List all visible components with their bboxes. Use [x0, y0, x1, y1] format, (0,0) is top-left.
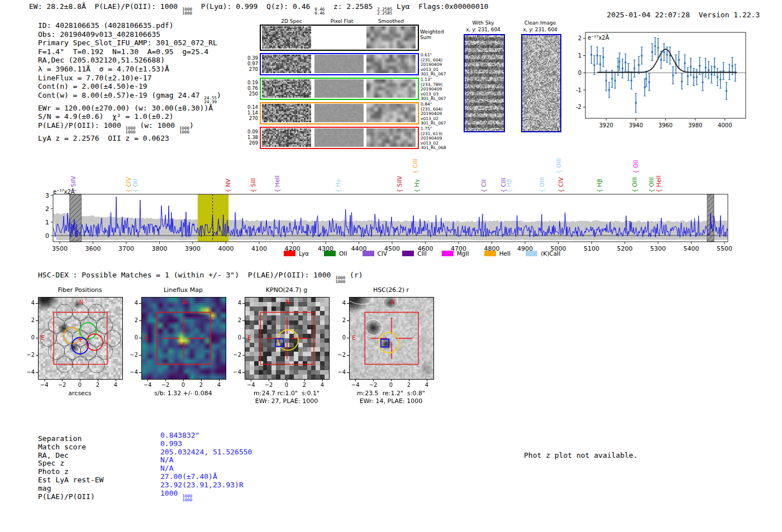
- cutout-x-tick: 0: [73, 382, 87, 388]
- text-segment: Obs: 20190409v013_4028106635: [38, 30, 160, 39]
- emission-line-label: { OIII: [631, 177, 638, 193]
- tick-mark: [347, 372, 349, 373]
- main-y-tick: 0: [45, 232, 49, 239]
- inset-y-tick: -2: [576, 104, 581, 110]
- pixelflat-image: [314, 55, 364, 73]
- smoothed-image: [366, 55, 416, 73]
- spec2d-col-header-2dspec: 2D Spec: [272, 18, 311, 24]
- text-segment: LyA z = 2.2576 OII z = 0.0623: [38, 134, 169, 142]
- cutout-caption: EWr: 27, PLAE: 1000: [231, 397, 342, 405]
- match-table-label: RA, Dec: [38, 451, 69, 459]
- cutout-x-tick: −4: [37, 382, 51, 388]
- tick-mark: [139, 372, 141, 373]
- full-spectrum-chart: 3500360037003800390040004100420043004400…: [45, 192, 737, 255]
- cutout-y-tick: 0: [127, 334, 138, 341]
- tick-mark: [116, 379, 116, 381]
- text-segment: 23.92(23.91,23.93)R: [160, 481, 244, 489]
- cutout-x-tick: 4: [212, 382, 226, 388]
- text-segment: ): [189, 121, 194, 130]
- match-table-label: P(LAE)/P(OII): [38, 492, 95, 501]
- cutout-y-tick: −2: [23, 352, 35, 358]
- tick-mark: [242, 372, 245, 373]
- spec2d-row: [260, 102, 419, 124]
- cutout-x-tick: 4: [420, 382, 433, 388]
- main-y-tick: 2: [45, 205, 49, 213]
- emission-line-label-alt: { CIII: [412, 159, 418, 174]
- cutout-y-tick: 4: [127, 300, 138, 306]
- photz-note: Phot z plot not available.: [524, 451, 638, 459]
- spec2d-image: [262, 55, 311, 73]
- emission-line-label: { SiIV: [396, 176, 403, 193]
- legend-swatch: [402, 251, 414, 256]
- text-segment: P(LAE)/P(OII): 1000: [38, 121, 126, 130]
- cutout-y-tick: 2: [230, 317, 241, 323]
- legend-swatch: [526, 251, 537, 256]
- tick-mark: [373, 379, 374, 381]
- text-segment: HSC-DEX : Possible Matches = 1 (within +…: [38, 271, 335, 279]
- main-y-tick: 3: [45, 192, 49, 199]
- report-datetime: 2025-01-04 22:07:28: [607, 11, 690, 19]
- main-x-tick: 5100: [584, 245, 599, 252]
- detection-info-block: ID: 4028106635 (4028106635.pdf)Obs: 2019…: [38, 21, 221, 143]
- tick-mark: [201, 379, 202, 381]
- cutout-x-tick: −2: [262, 382, 275, 388]
- cutout-y-tick: 2: [127, 317, 138, 323]
- emission-line-label: { Hγ: [335, 179, 341, 193]
- cutout-x-tick: −2: [55, 382, 69, 388]
- legend-label: HeII: [499, 250, 511, 257]
- weighted-sum-label: Weighted Sum: [420, 29, 444, 40]
- inset-x-tick: 3980: [688, 122, 702, 128]
- text-segment: 27.00(±7.40)Å: [160, 472, 217, 481]
- inset-x-tick: 4000: [718, 122, 732, 128]
- cutout-image-fiber: [38, 297, 123, 380]
- spec2d-row-weights: 0.19 0.76 250: [246, 80, 258, 97]
- tick-mark: [355, 379, 356, 381]
- info-line: λ = 3960.11Å σ = 4.70(±1.53)Å: [38, 65, 221, 74]
- tick-mark: [391, 379, 392, 381]
- text-segment: λ = 3960.11Å σ = 4.70(±1.53)Å: [38, 65, 169, 73]
- emission-line-label: { CII: [480, 179, 487, 193]
- elixer-report: EW: 28.2±8.8Å P(LAE)/P(OII): 1000 100010…: [0, 0, 782, 532]
- cutout-y-tick: 2: [23, 317, 35, 323]
- text-segment: 1000: [160, 489, 182, 497]
- clean-image: [521, 34, 561, 132]
- cutout-y-tick: 0: [335, 334, 346, 341]
- cutout-y-tick: −2: [230, 352, 241, 358]
- tick-mark: [242, 355, 245, 356]
- emission-line-label: { NV: [225, 179, 231, 193]
- main-x-tick: 4000: [218, 245, 233, 252]
- emission-line-label: { OIII: [538, 177, 545, 193]
- tick-mark: [287, 379, 287, 381]
- info-line: S/N = 4.9(±0.6) χ² = 1.0(±0.2): [38, 112, 221, 121]
- pixelflat-image: [314, 104, 364, 122]
- stacked-fraction: 10001000: [182, 7, 192, 15]
- legend-label: CIV: [378, 250, 388, 257]
- text-segment: 0.843832": [160, 431, 199, 439]
- match-table-value: 27.00(±7.40)Å: [160, 472, 217, 481]
- cutout-y-tick: −4: [23, 369, 35, 375]
- tick-mark: [80, 379, 80, 381]
- cutout-x-tick: −2: [159, 382, 172, 388]
- match-table-label: Match score: [38, 443, 86, 451]
- inset-y-tick: 2: [578, 35, 581, 41]
- smoothed-image: [366, 104, 416, 122]
- info-line: Obs: 20190409v013_4028106635: [38, 30, 221, 39]
- cutout-caption: m:23.5 re:1.2" s:0.8": [335, 390, 447, 397]
- match-table-value: 0.993: [160, 439, 182, 448]
- legend-swatch: [442, 251, 454, 256]
- tick-mark: [62, 379, 63, 381]
- spec2d-image: [262, 79, 311, 98]
- cutout-title: KPNO(24.7) g: [239, 286, 334, 294]
- cutout-x-tick: 2: [298, 382, 311, 388]
- sky-panel-coords: x, y: 231, 604: [455, 27, 511, 32]
- legend-swatch: [484, 251, 496, 256]
- legend-item: Lyα: [284, 250, 309, 257]
- info-line: Cont(w) = 8.00(±0.57)e-19 (gmag 24.47 24…: [38, 91, 221, 104]
- text-segment: P(Lyα): 0.999 Q(z): 0.46: [192, 2, 314, 11]
- spec2d-image: [262, 104, 311, 122]
- cutout-x-tick: 0: [280, 382, 293, 388]
- cutout-image-hsc: [349, 297, 434, 380]
- legend-item: OII: [324, 250, 347, 257]
- text-segment: EW: 28.2±8.8Å P(LAE)/P(OII): 1000: [29, 2, 182, 11]
- tick-mark: [347, 338, 349, 338]
